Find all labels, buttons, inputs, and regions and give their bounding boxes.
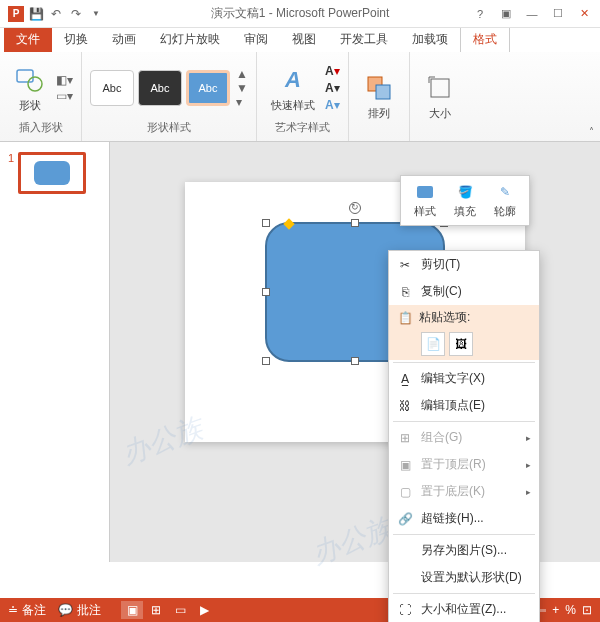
tab-developer[interactable]: 开发工具 — [328, 27, 400, 52]
group-size: 大小 — [410, 52, 470, 141]
tab-addins[interactable]: 加载项 — [400, 27, 460, 52]
send-back-icon: ▢ — [397, 484, 413, 500]
ribbon-tabs: 文件 切换 动画 幻灯片放映 审阅 视图 开发工具 加载项 格式 — [0, 28, 600, 52]
sorter-view-button[interactable]: ⊞ — [145, 601, 167, 619]
save-icon[interactable]: 💾 — [28, 6, 44, 22]
edit-points-icon: ⛓ — [397, 398, 413, 414]
window-title: 演示文稿1 - Microsoft PowerPoint — [211, 5, 390, 22]
svg-rect-4 — [431, 79, 449, 97]
thumb-number: 1 — [8, 152, 14, 194]
svg-rect-5 — [417, 186, 433, 198]
arrange-button[interactable]: 排列 — [357, 70, 401, 123]
window-controls: ? ▣ — ☐ ✕ — [468, 4, 600, 24]
reading-view-button[interactable]: ▭ — [169, 601, 191, 619]
title-bar: P 💾 ↶ ↷ ▼ 演示文稿1 - Microsoft PowerPoint ?… — [0, 0, 600, 28]
tab-file[interactable]: 文件 — [4, 27, 52, 52]
tab-slideshow[interactable]: 幻灯片放映 — [148, 27, 232, 52]
tab-animation[interactable]: 动画 — [100, 27, 148, 52]
group-wordart: A 快速样式 A▾ A▾ A▾ 艺术字样式 — [257, 52, 349, 141]
submenu-arrow-icon: ▸ — [526, 487, 531, 497]
style-gallery-down-icon[interactable]: ▼ — [236, 81, 248, 95]
menu-copy[interactable]: ⎘ 复制(C) — [389, 278, 539, 305]
notes-button[interactable]: ≐ 备注 — [8, 602, 46, 619]
mini-toolbar: 样式 🪣 填充 ✎ 轮廓 — [400, 175, 530, 226]
resize-handle-ml[interactable] — [262, 288, 270, 296]
close-button[interactable]: ✕ — [572, 4, 596, 24]
menu-hyperlink[interactable]: 🔗 超链接(H)... — [389, 505, 539, 532]
ribbon-options-button[interactable]: ▣ — [494, 4, 518, 24]
slide-thumbnail-1[interactable] — [18, 152, 86, 194]
mini-outline-button[interactable]: ✎ 轮廓 — [485, 180, 525, 221]
edit-shape-icon[interactable]: ◧▾ — [56, 73, 73, 87]
rotate-handle[interactable] — [349, 202, 361, 214]
group-arrange: 排列 — [349, 52, 410, 141]
slide-thumbnail-panel: 1 — [0, 142, 110, 562]
context-menu: ✂ 剪切(T) ⎘ 复制(C) 📋 粘贴选项: 📄 🖼 A̲ 编辑文字(X) ⛓… — [388, 250, 540, 622]
group-label-wordart: 艺术字样式 — [265, 120, 340, 137]
zoom-in-button[interactable]: + — [552, 603, 559, 617]
minimize-button[interactable]: — — [520, 4, 544, 24]
text-box-icon[interactable]: ▭▾ — [56, 89, 73, 103]
svg-rect-0 — [17, 70, 33, 82]
resize-handle-tl[interactable] — [262, 219, 270, 227]
menu-size-position[interactable]: ⛶ 大小和位置(Z)... — [389, 596, 539, 622]
menu-save-as-picture[interactable]: 另存为图片(S)... — [389, 537, 539, 564]
maximize-button[interactable]: ☐ — [546, 4, 570, 24]
comments-button[interactable]: 💬 批注 — [58, 602, 101, 619]
qat-dropdown-icon[interactable]: ▼ — [88, 6, 104, 22]
resize-handle-bl[interactable] — [262, 357, 270, 365]
text-outline-icon[interactable]: A▾ — [325, 81, 340, 95]
menu-send-back: ▢ 置于底层(K) ▸ — [389, 478, 539, 505]
mini-style-button[interactable]: 样式 — [405, 180, 445, 221]
watermark: 办公族 — [306, 509, 398, 573]
menu-edit-text[interactable]: A̲ 编辑文字(X) — [389, 365, 539, 392]
menu-bring-front: ▣ 置于顶层(R) ▸ — [389, 451, 539, 478]
quick-styles-button[interactable]: A 快速样式 — [265, 62, 321, 115]
edit-text-icon: A̲ — [397, 371, 413, 387]
zoom-percent[interactable]: % — [565, 603, 576, 617]
style-preset-2[interactable]: Abc — [138, 70, 182, 106]
help-button[interactable]: ? — [468, 4, 492, 24]
text-effects-icon[interactable]: A▾ — [325, 98, 340, 112]
arrange-label: 排列 — [368, 106, 390, 121]
style-gallery-more-icon[interactable]: ▾ — [236, 95, 248, 109]
hyperlink-icon: 🔗 — [397, 511, 413, 527]
svg-point-1 — [28, 77, 42, 91]
redo-icon[interactable]: ↷ — [68, 6, 84, 22]
resize-handle-bm[interactable] — [351, 357, 359, 365]
tab-format[interactable]: 格式 — [460, 26, 510, 52]
clipboard-icon: 📋 — [397, 310, 413, 326]
size-icon: ⛶ — [397, 602, 413, 618]
paste-option-2[interactable]: 🖼 — [449, 332, 473, 356]
app-icon: P — [8, 6, 24, 22]
adjustment-handle[interactable] — [283, 218, 294, 229]
menu-edit-points[interactable]: ⛓ 编辑顶点(E) — [389, 392, 539, 419]
menu-set-default-shape[interactable]: 设置为默认形状(D) — [389, 564, 539, 591]
slideshow-view-button[interactable]: ▶ — [193, 601, 215, 619]
style-preset-3[interactable]: Abc — [186, 70, 230, 106]
thumb-shape-preview — [34, 161, 70, 185]
style-gallery-up-icon[interactable]: ▲ — [236, 67, 248, 81]
tab-switch[interactable]: 切换 — [52, 27, 100, 52]
size-button[interactable]: 大小 — [418, 70, 462, 123]
undo-icon[interactable]: ↶ — [48, 6, 64, 22]
fit-to-window-button[interactable]: ⊡ — [582, 603, 592, 617]
resize-handle-tm[interactable] — [351, 219, 359, 227]
shapes-button[interactable]: 形状 — [8, 62, 52, 115]
group-insert-shape: 形状 ◧▾ ▭▾ 插入形状 — [0, 52, 82, 141]
text-fill-icon[interactable]: A▾ — [325, 64, 340, 78]
quick-styles-label: 快速样式 — [271, 98, 315, 113]
collapse-ribbon-icon[interactable]: ˄ — [589, 126, 594, 137]
mini-fill-button[interactable]: 🪣 填充 — [445, 180, 485, 221]
submenu-arrow-icon: ▸ — [526, 433, 531, 443]
paste-option-1[interactable]: 📄 — [421, 332, 445, 356]
normal-view-button[interactable]: ▣ — [121, 601, 143, 619]
menu-paste-section: 📋 粘贴选项: — [389, 305, 539, 328]
group-label-shape-styles: 形状样式 — [90, 120, 248, 137]
tab-view[interactable]: 视图 — [280, 27, 328, 52]
menu-group: ⊞ 组合(G) ▸ — [389, 424, 539, 451]
menu-cut[interactable]: ✂ 剪切(T) — [389, 251, 539, 278]
tab-review[interactable]: 审阅 — [232, 27, 280, 52]
scissors-icon: ✂ — [397, 257, 413, 273]
style-preset-1[interactable]: Abc — [90, 70, 134, 106]
